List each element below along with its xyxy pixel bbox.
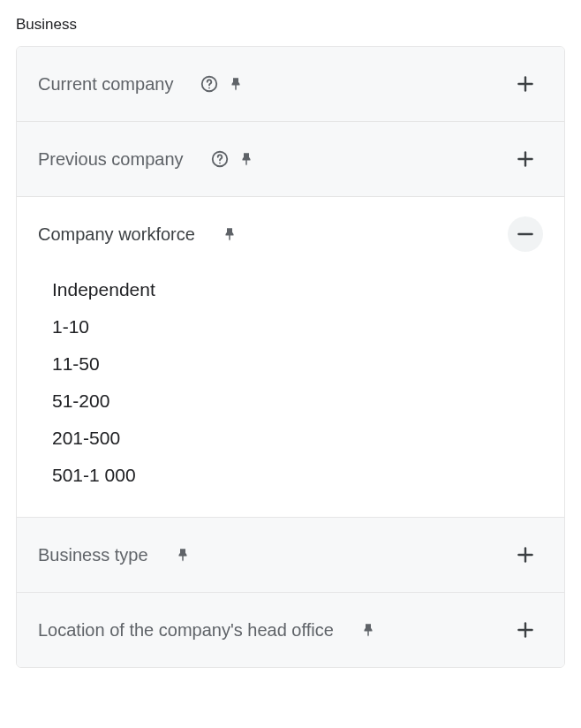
help-icon[interactable] [200, 74, 219, 94]
filters-panel: Current company Previous company [16, 46, 565, 668]
options-list: Independent 1-10 11-50 51-200 201-500 50… [17, 271, 564, 494]
filter-head-office-location[interactable]: Location of the company's head office [17, 593, 564, 667]
pin-icon[interactable] [238, 151, 254, 167]
option-independent[interactable]: Independent [52, 271, 538, 308]
filter-current-company[interactable]: Current company [17, 47, 564, 122]
filter-company-workforce[interactable]: Company workforce [17, 197, 564, 271]
section-title: Business [16, 16, 565, 34]
filter-business-type[interactable]: Business type [17, 518, 564, 593]
icon-group [175, 547, 191, 563]
filter-label: Current company [38, 74, 173, 95]
filter-label: Business type [38, 545, 148, 565]
collapse-button[interactable] [508, 216, 543, 252]
svg-point-5 [219, 163, 221, 164]
option-51-200[interactable]: 51-200 [52, 383, 538, 420]
filter-label: Previous company [38, 149, 184, 170]
filter-label: Location of the company's head office [38, 620, 334, 641]
expand-button[interactable] [508, 141, 543, 177]
filter-label: Company workforce [38, 224, 195, 245]
pin-icon[interactable] [222, 226, 238, 242]
filter-previous-company[interactable]: Previous company [17, 122, 564, 197]
pin-icon[interactable] [175, 547, 191, 563]
pin-icon[interactable] [228, 76, 244, 92]
help-icon[interactable] [210, 149, 230, 169]
option-501-1000[interactable]: 501-1 000 [52, 457, 538, 494]
option-1-10[interactable]: 1-10 [52, 308, 538, 345]
pin-icon[interactable] [360, 622, 376, 638]
expand-button[interactable] [508, 66, 543, 102]
expand-button[interactable] [508, 612, 543, 648]
expand-button[interactable] [508, 537, 543, 573]
icon-group [210, 149, 254, 169]
icon-group [222, 226, 238, 242]
svg-point-1 [208, 87, 210, 89]
icon-group [200, 74, 244, 94]
option-201-500[interactable]: 201-500 [52, 420, 538, 457]
icon-group [360, 622, 376, 638]
workforce-options: Independent 1-10 11-50 51-200 201-500 50… [17, 271, 564, 518]
option-11-50[interactable]: 11-50 [52, 345, 538, 383]
